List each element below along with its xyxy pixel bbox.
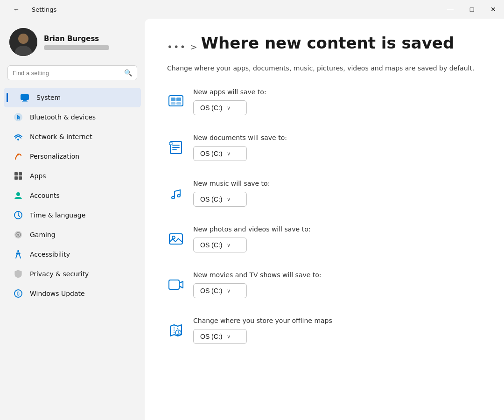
documents-row-icon: [167, 139, 185, 156]
sidebar-item-update[interactable]: Windows Update: [4, 284, 141, 303]
network-icon: [13, 132, 23, 142]
page-title: Where new content is saved: [201, 34, 454, 52]
personalization-label: Personalization: [30, 153, 79, 160]
accessibility-icon: [13, 249, 23, 259]
photos-dropdown-chevron: ∨: [227, 242, 231, 248]
svg-point-18: [17, 250, 19, 252]
search-box[interactable]: 🔍: [7, 65, 137, 80]
sidebar-item-accessibility[interactable]: Accessibility: [4, 245, 141, 264]
gaming-icon: [13, 230, 23, 240]
privacy-label: Privacy & security: [30, 270, 89, 278]
photos-dropdown-value: OS (C:): [200, 241, 222, 249]
photos-dropdown[interactable]: OS (C:) ∨: [193, 238, 247, 252]
sidebar-item-bluetooth[interactable]: Bluetooth & devices: [4, 107, 141, 127]
documents-save-row: New documents will save to: OS (C:) ∨: [167, 134, 482, 170]
movies-dropdown[interactable]: OS (C:) ∨: [193, 283, 247, 298]
titlebar-left: ← Settings: [6, 0, 56, 19]
back-button[interactable]: ←: [6, 0, 27, 19]
svg-point-7: [17, 139, 19, 140]
maps-row-content: Change where you store your offline maps…: [193, 317, 482, 344]
documents-row-label: New documents will save to:: [193, 134, 482, 141]
documents-dropdown-chevron: ∨: [227, 151, 231, 157]
music-dropdown[interactable]: OS (C:) ∨: [193, 192, 247, 207]
svg-rect-9: [14, 172, 18, 175]
music-row-icon: [167, 184, 185, 202]
sidebar-item-personalization[interactable]: Personalization: [4, 147, 141, 166]
svg-rect-21: [171, 98, 175, 101]
breadcrumb: ••• > Where new content is saved: [167, 34, 482, 60]
movies-row-content: New movies and TV shows will save to: OS…: [193, 271, 482, 298]
svg-rect-5: [22, 101, 28, 102]
accessibility-label: Accessibility: [30, 251, 70, 258]
apps-icon: [13, 171, 23, 181]
breadcrumb-dots: •••: [167, 41, 186, 52]
svg-rect-11: [14, 176, 18, 180]
close-button[interactable]: ✕: [483, 0, 504, 19]
svg-rect-12: [19, 176, 22, 180]
time-label: Time & language: [30, 211, 85, 219]
accounts-icon: [13, 190, 23, 201]
movies-dropdown-chevron: ∨: [227, 288, 231, 294]
user-info: Brian Burgess: [44, 35, 109, 50]
music-row-content: New music will save to: OS (C:) ∨: [193, 180, 482, 207]
search-icon: 🔍: [124, 69, 132, 77]
minimize-button[interactable]: —: [440, 0, 461, 19]
maximize-button[interactable]: □: [461, 0, 483, 19]
maps-row-label: Change where you store your offline maps: [193, 317, 482, 324]
maps-save-row: Change where you store your offline maps…: [167, 317, 482, 353]
svg-rect-29: [169, 280, 179, 289]
maps-row-icon: [167, 322, 185, 339]
privacy-icon: [13, 269, 23, 279]
svg-point-17: [17, 234, 19, 236]
titlebar: ← Settings — □ ✕: [0, 0, 504, 19]
music-save-row: New music will save to: OS (C:) ∨: [167, 180, 482, 216]
update-icon: [13, 288, 23, 299]
active-indicator: [7, 93, 8, 102]
svg-point-6: [14, 113, 22, 121]
sidebar-item-privacy[interactable]: Privacy & security: [4, 264, 141, 284]
personalization-icon: [13, 151, 23, 161]
documents-dropdown[interactable]: OS (C:) ∨: [193, 146, 247, 161]
breadcrumb-arrow: >: [190, 42, 197, 52]
documents-row-content: New documents will save to: OS (C:) ∨: [193, 134, 482, 161]
gaming-label: Gaming: [30, 231, 56, 238]
photos-row-label: New photos and videos will save to:: [193, 225, 482, 233]
apps-save-row: New apps will save to: OS (C:) ∨: [167, 88, 482, 125]
music-dropdown-chevron: ∨: [227, 196, 231, 203]
svg-rect-22: [176, 98, 181, 101]
system-label: System: [36, 94, 61, 101]
sidebar-item-network[interactable]: Network & internet: [4, 127, 141, 147]
sidebar-item-gaming[interactable]: Gaming: [4, 225, 141, 245]
maps-dropdown-chevron: ∨: [227, 334, 231, 340]
search-input[interactable]: [13, 70, 124, 77]
photos-save-row: New photos and videos will save to: OS (…: [167, 225, 482, 262]
sidebar-item-system[interactable]: System: [4, 88, 141, 107]
maps-dropdown-value: OS (C:): [200, 333, 222, 340]
svg-point-8: [17, 154, 19, 155]
music-dropdown-value: OS (C:): [200, 196, 222, 203]
svg-rect-3: [21, 94, 29, 100]
sidebar-item-accounts[interactable]: Accounts: [4, 186, 141, 205]
apps-dropdown[interactable]: OS (C:) ∨: [193, 100, 247, 115]
apps-row-icon: [167, 93, 185, 111]
titlebar-controls: — □ ✕: [440, 0, 504, 19]
bluetooth-label: Bluetooth & devices: [30, 113, 96, 121]
maps-dropdown[interactable]: OS (C:) ∨: [193, 329, 247, 344]
svg-rect-27: [169, 234, 182, 244]
svg-rect-10: [19, 172, 22, 175]
user-email-redacted: [44, 45, 109, 50]
system-icon: [20, 92, 30, 103]
photos-row-content: New photos and videos will save to: OS (…: [193, 225, 482, 252]
svg-rect-24: [176, 102, 181, 105]
sidebar-item-apps[interactable]: Apps: [4, 166, 141, 186]
svg-rect-23: [171, 102, 175, 105]
svg-point-28: [172, 236, 175, 239]
sidebar-item-time[interactable]: Time & language: [4, 205, 141, 225]
movies-save-row: New movies and TV shows will save to: OS…: [167, 271, 482, 308]
app-title: Settings: [32, 6, 56, 13]
movies-dropdown-value: OS (C:): [200, 287, 222, 294]
movies-row-label: New movies and TV shows will save to:: [193, 271, 482, 279]
time-icon: [13, 210, 23, 220]
user-name: Brian Burgess: [44, 35, 109, 43]
page-description: Change where your apps, documents, music…: [167, 63, 482, 73]
